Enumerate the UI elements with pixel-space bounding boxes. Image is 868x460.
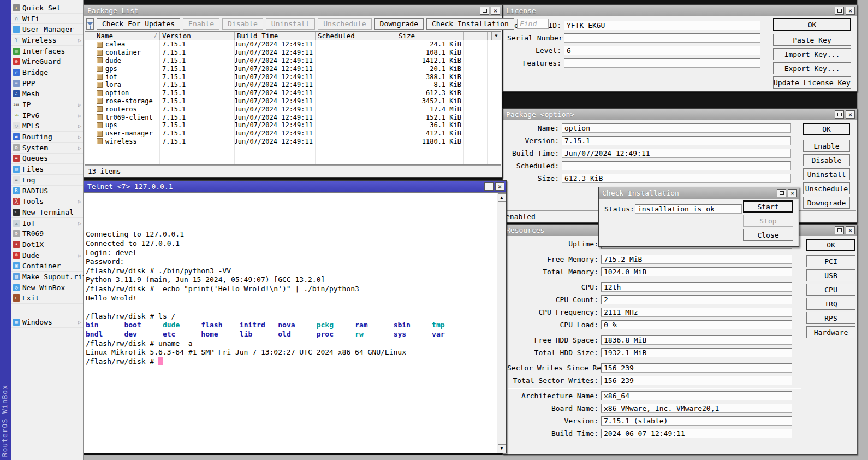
- field-value-input[interactable]: option: [562, 123, 791, 133]
- downgrade-button[interactable]: Downgrade: [374, 18, 424, 30]
- table-row[interactable]: user-manager7.15.1Jun/07/2024 12:49:1141…: [85, 129, 501, 138]
- table-row[interactable]: routeros7.15.1Jun/07/2024 12:49:1117.4 M…: [85, 105, 501, 113]
- resources-hardware-button[interactable]: Hardware: [806, 326, 855, 338]
- terminal-scrollbar[interactable]: ▲ ▼: [497, 193, 506, 453]
- column-header-size[interactable]: Size: [396, 32, 464, 40]
- table-row[interactable]: tr069-client7.15.1Jun/07/2024 12:49:1115…: [85, 113, 501, 121]
- table-row[interactable]: iot7.15.1Jun/07/2024 12:49:11388.1 KiB: [85, 73, 501, 81]
- uninstall-button[interactable]: Uninstall: [266, 18, 315, 30]
- license-paste-key-button[interactable]: Paste Key: [773, 34, 851, 46]
- resources-cpu-button[interactable]: CPU: [806, 284, 855, 296]
- mdi-right-strip[interactable]: [857, 0, 868, 460]
- sidebar-item-container[interactable]: ▣Container: [11, 261, 83, 272]
- column-header-scheduled[interactable]: Scheduled: [316, 32, 396, 40]
- license-titlebar[interactable]: License ✕: [503, 5, 857, 16]
- package-option-titlebar[interactable]: Package <option> ✕: [503, 109, 857, 120]
- field-value-input[interactable]: [564, 58, 760, 68]
- package-enable-button[interactable]: Enable: [803, 140, 850, 152]
- table-row[interactable]: wireless7.15.1Jun/07/2024 12:49:111180.1…: [85, 138, 501, 146]
- field-value-input[interactable]: 12th: [601, 282, 792, 292]
- table-row[interactable]: option7.15.1Jun/07/2024 12:49:11612.3 Ki…: [85, 89, 501, 97]
- check-close-button[interactable]: Close: [743, 229, 793, 241]
- maximize-icon[interactable]: [480, 7, 489, 15]
- field-value-input[interactable]: 1932.1 MiB: [601, 348, 792, 357]
- field-value-input[interactable]: 0 %: [601, 320, 792, 329]
- field-value-input[interactable]: 715.2 MiB: [601, 255, 792, 264]
- sidebar-item-user-manager[interactable]: User Manager: [11, 24, 83, 35]
- license-import-key--button[interactable]: Import Key...: [773, 48, 851, 60]
- sidebar-item-dot1x[interactable]: •Dot1X: [11, 239, 83, 250]
- column-header-name[interactable]: Name/: [94, 32, 160, 40]
- sidebar-item-bridge[interactable]: ⇄Bridge: [11, 67, 83, 78]
- close-icon[interactable]: ✕: [846, 226, 855, 234]
- sidebar-item-files[interactable]: ▤Files: [11, 164, 83, 175]
- maximize-icon[interactable]: [835, 7, 844, 15]
- table-row[interactable]: gps7.15.1Jun/07/2024 12:49:1120.1 KiB: [85, 64, 501, 73]
- unschedule-button[interactable]: Unschedule: [318, 18, 371, 30]
- field-value-input[interactable]: 156 239: [601, 376, 792, 385]
- column-header-build-time[interactable]: Build Time: [235, 32, 316, 40]
- sidebar-item-wireguard[interactable]: ●WireGuard: [11, 56, 83, 67]
- sidebar-item-exit[interactable]: ←Exit: [11, 293, 83, 304]
- field-value-input[interactable]: 6: [564, 46, 760, 55]
- sidebar-item-make-supout-rif[interactable]: ▤Make Supout.rif: [11, 272, 83, 282]
- sidebar-item-queues[interactable]: ≡Queues: [11, 154, 83, 164]
- sidebar-item-log[interactable]: ≡Log: [11, 175, 83, 186]
- package-ok-button[interactable]: OK: [803, 123, 850, 135]
- close-icon[interactable]: ✕: [495, 182, 504, 191]
- field-value-input[interactable]: 612.3 KiB: [562, 174, 791, 183]
- field-value-input[interactable]: 2: [601, 295, 792, 304]
- maximize-icon[interactable]: [777, 189, 786, 197]
- package-list-titlebar[interactable]: Package List ✕: [84, 5, 502, 16]
- resources-ok-button[interactable]: OK: [806, 239, 855, 251]
- field-value-input[interactable]: YFTK-EK6U: [564, 21, 760, 30]
- resources-pci-button[interactable]: PCI: [806, 255, 855, 267]
- package-disable-button[interactable]: Disable: [803, 154, 850, 166]
- sidebar-item-new-winbox[interactable]: ◎New WinBox: [11, 282, 83, 293]
- sidebar-item-routing[interactable]: ⇄Routing▷: [11, 132, 83, 143]
- sidebar-item-new-terminal[interactable]: >_New Terminal: [11, 207, 83, 218]
- sidebar-item-dude[interactable]: ☻Dude▷: [11, 250, 83, 261]
- terminal-output[interactable]: Connecting to 127.0.0.1Connected to 127.…: [84, 193, 497, 453]
- sidebar-item-system[interactable]: ⚙System▷: [11, 143, 83, 154]
- table-row[interactable]: dude7.15.1Jun/07/2024 12:49:111412.1 KiB: [85, 57, 501, 65]
- maximize-icon[interactable]: [835, 226, 844, 234]
- package-downgrade-button[interactable]: Downgrade: [803, 197, 850, 209]
- scroll-down-icon[interactable]: ▼: [498, 444, 506, 452]
- field-value-input[interactable]: 1024.0 MiB: [601, 267, 792, 276]
- close-icon[interactable]: ✕: [491, 7, 500, 15]
- sidebar-item-tr069[interactable]: ⚙TR069: [11, 228, 83, 239]
- scroll-up-icon[interactable]: ▲: [498, 193, 506, 202]
- maximize-icon[interactable]: [835, 110, 844, 119]
- license-update-license-key-button[interactable]: Update License Key: [773, 76, 851, 89]
- check-stop-button[interactable]: Stop: [743, 215, 793, 227]
- column-dropdown-icon[interactable]: ▼: [491, 32, 501, 40]
- status-value-input[interactable]: installation is ok: [635, 204, 742, 214]
- field-value-input[interactable]: Jun/07/2024 12:49:11: [562, 149, 791, 158]
- sidebar-item-radius[interactable]: RRADIUS: [11, 186, 83, 197]
- disable-button[interactable]: Disable: [222, 18, 263, 30]
- check-installation-button[interactable]: Check Installation: [426, 18, 514, 30]
- field-value-input[interactable]: 7.15.1: [562, 136, 791, 145]
- license-ok-button[interactable]: OK: [773, 18, 851, 31]
- field-value-input[interactable]: x86 VMware, Inc. VMware20,1: [601, 404, 792, 413]
- enable-button[interactable]: Enable: [183, 18, 219, 30]
- field-value-input[interactable]: [562, 161, 791, 170]
- table-row[interactable]: ups7.15.1Jun/07/2024 12:49:1136.1 KiB: [85, 121, 501, 129]
- sidebar-item-iot[interactable]: ☁IoT▷: [11, 218, 83, 229]
- sidebar-item-ip[interactable]: 255IP▷: [11, 99, 83, 110]
- field-value-input[interactable]: 2111 MHz: [601, 308, 792, 317]
- resources-usb-button[interactable]: USB: [806, 269, 855, 281]
- close-icon[interactable]: ✕: [788, 189, 797, 197]
- field-value-input[interactable]: 2024-06-07 12:49:11: [601, 429, 792, 438]
- resources-irq-button[interactable]: IRQ: [806, 298, 855, 310]
- maximize-icon[interactable]: [484, 182, 494, 191]
- sidebar-item-ppp[interactable]: ≡PPP: [11, 78, 83, 89]
- sidebar-item-interfaces[interactable]: ▥Interfaces: [11, 46, 83, 57]
- field-value-input[interactable]: 1836.8 MiB: [601, 335, 792, 345]
- table-row[interactable]: container7.15.1Jun/07/2024 12:49:11108.1…: [85, 49, 501, 57]
- check-for-updates-button[interactable]: Check For Updates: [97, 18, 180, 30]
- check-installation-titlebar[interactable]: Check Installation ✕: [599, 187, 799, 199]
- sidebar-item-windows[interactable]: ▦Windows▷: [11, 317, 83, 328]
- mdi-bottom-strip[interactable]: [11, 455, 868, 460]
